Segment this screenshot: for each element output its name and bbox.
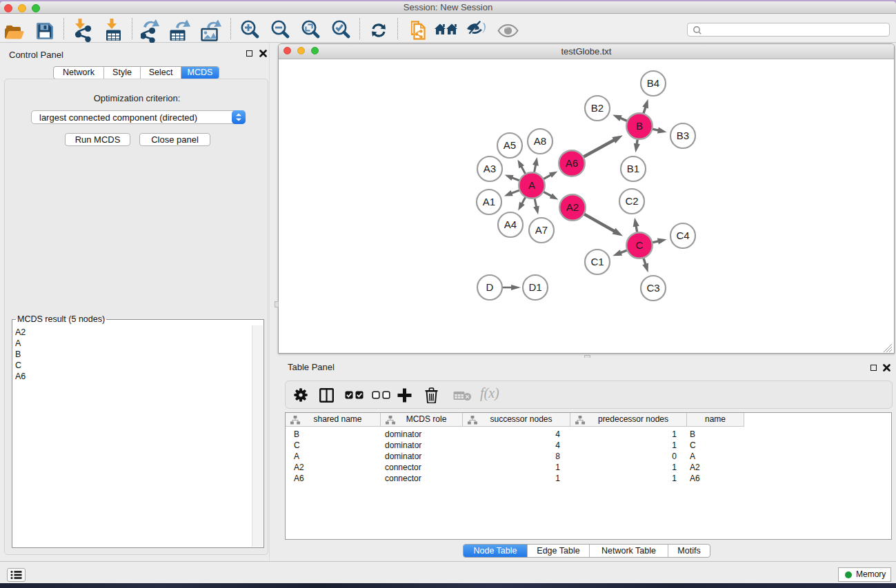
svg-text:A6: A6: [566, 157, 578, 169]
svg-text:D1: D1: [528, 281, 541, 293]
svg-text:B: B: [636, 120, 643, 132]
svg-text:C4: C4: [676, 230, 689, 241]
svg-text:C3: C3: [646, 282, 659, 294]
svg-text:A3: A3: [484, 163, 496, 174]
svg-text:B4: B4: [647, 77, 659, 89]
svg-text:C1: C1: [590, 256, 604, 267]
svg-text:B3: B3: [677, 130, 689, 141]
svg-text:C2: C2: [625, 195, 638, 207]
svg-text:A: A: [528, 179, 535, 191]
svg-text:A2: A2: [566, 201, 579, 213]
svg-text:A1: A1: [483, 196, 495, 207]
svg-text:C: C: [636, 239, 644, 251]
svg-text:A8: A8: [534, 135, 546, 147]
svg-text:A5: A5: [504, 139, 516, 151]
svg-text:D: D: [486, 281, 494, 293]
svg-text:A7: A7: [535, 224, 548, 236]
svg-text:B1: B1: [627, 163, 639, 174]
svg-text:B2: B2: [591, 102, 604, 114]
svg-text:A4: A4: [504, 219, 517, 230]
